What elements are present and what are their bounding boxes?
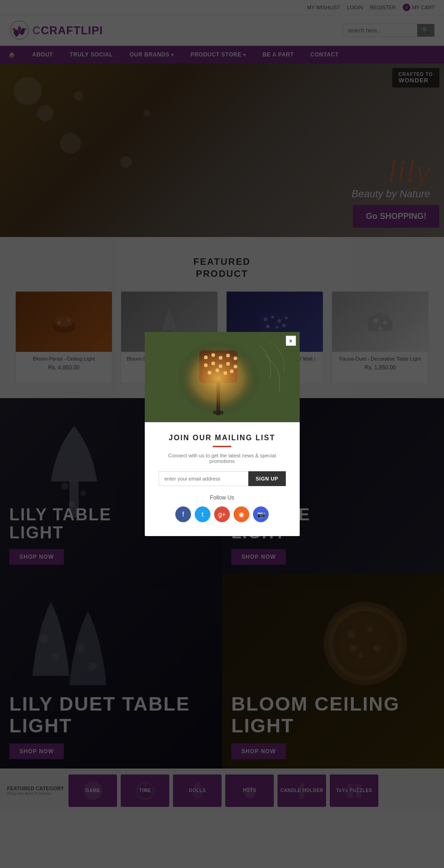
modal-description: Connect with us to get the latest news &… xyxy=(159,453,286,464)
email-input[interactable] xyxy=(159,471,248,486)
rss-icon[interactable]: ◉ xyxy=(234,506,249,522)
twitter-icon[interactable]: t xyxy=(195,506,210,522)
modal-lamp-image xyxy=(145,332,300,422)
modal-overlay: × xyxy=(0,0,444,812)
modal-body: JOIN OUR MAILING LIST Connect with us to… xyxy=(145,422,300,536)
google-plus-icon[interactable]: g+ xyxy=(214,506,230,522)
social-icons-list: f t g+ ◉ 📷 xyxy=(159,506,286,522)
modal-title: JOIN OUR MAILING LIST xyxy=(159,434,286,442)
svg-point-69 xyxy=(177,341,260,415)
signup-button[interactable]: SIGN UP xyxy=(248,471,286,486)
modal-image xyxy=(145,332,300,422)
mailing-list-modal: × xyxy=(145,332,300,536)
modal-close-button[interactable]: × xyxy=(286,336,296,346)
instagram-icon[interactable]: 📷 xyxy=(253,506,269,522)
follow-label: Follow Us xyxy=(159,494,286,501)
facebook-icon[interactable]: f xyxy=(175,506,191,522)
modal-form: SIGN UP xyxy=(159,471,286,486)
modal-divider xyxy=(213,446,231,447)
